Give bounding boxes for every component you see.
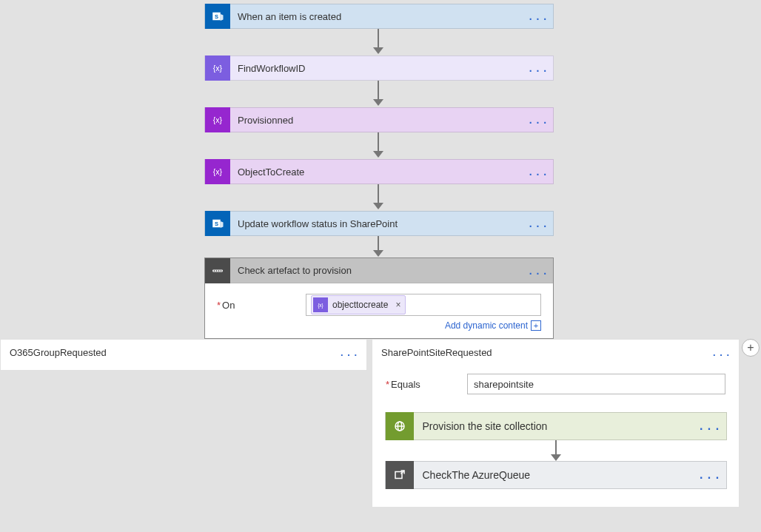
svg-text:{x}: {x} — [213, 167, 223, 176]
case-title: O365GroupRequested — [10, 347, 107, 358]
step-title: FindWorkflowID — [230, 63, 523, 74]
flow-arrow — [551, 440, 561, 461]
step-title: CheckThe AzureQueue — [414, 469, 694, 481]
svg-marker-9 — [373, 203, 383, 209]
variable-icon: {x} — [205, 159, 230, 184]
step-menu-button[interactable]: . . . — [523, 10, 553, 22]
step-menu-button[interactable]: . . . — [523, 265, 553, 277]
variable-icon: {x} — [313, 297, 328, 312]
step-title: When an item is created — [230, 11, 523, 22]
loop-icon — [386, 461, 414, 489]
svg-marker-23 — [551, 454, 561, 461]
http-icon — [386, 412, 414, 440]
findworkflowid-step[interactable]: {x} FindWorkflowID . . . — [204, 55, 554, 81]
svg-rect-18 — [221, 270, 222, 272]
case-sharepointsite[interactable]: SharePointSiteRequested . . . Equals Pro… — [372, 339, 740, 508]
step-title: Provisionned — [230, 115, 523, 126]
step-menu-button[interactable]: . . . — [694, 420, 726, 433]
switch-step[interactable]: Check artefact to provision . . . On {x}… — [204, 257, 554, 339]
case-menu-button[interactable]: . . . — [713, 347, 730, 358]
equals-label: Equals — [386, 379, 467, 390]
svg-rect-24 — [395, 472, 402, 479]
objecttocreate-step[interactable]: {x} ObjectToCreate . . . — [204, 159, 554, 184]
svg-text:S: S — [215, 220, 218, 227]
switch-icon — [205, 258, 230, 283]
step-menu-button[interactable]: . . . — [523, 166, 553, 178]
update-status-step[interactable]: S Update workflow status in SharePoint .… — [204, 211, 554, 236]
sharepoint-icon: S — [205, 4, 230, 29]
svg-marker-12 — [221, 221, 224, 228]
plus-icon: + — [531, 320, 541, 331]
case-title: SharePointSiteRequested — [381, 347, 492, 358]
step-title: Update workflow status in SharePoint — [230, 218, 523, 229]
svg-text:{x}: {x} — [318, 303, 323, 309]
svg-marker-5 — [373, 99, 383, 106]
trigger-step[interactable]: S When an item is created . . . — [204, 4, 554, 29]
expression-token[interactable]: {x} objecttocreate × — [311, 295, 406, 314]
svg-text:{x}: {x} — [213, 64, 223, 73]
sharepoint-icon: S — [205, 211, 230, 236]
switch-on-label: On — [217, 300, 298, 311]
switch-on-input[interactable]: {x} objecttocreate × — [306, 294, 541, 316]
svg-marker-3 — [373, 47, 383, 54]
token-label: objecttocreate — [332, 300, 388, 310]
svg-marker-13 — [373, 250, 383, 257]
svg-text:S: S — [215, 13, 218, 20]
equals-input[interactable] — [467, 374, 725, 394]
switch-header[interactable]: Check artefact to provision . . . — [205, 258, 553, 283]
provision-site-step[interactable]: Provision the site collection . . . — [385, 412, 727, 440]
svg-text:{x}: {x} — [213, 115, 223, 124]
svg-rect-17 — [218, 270, 220, 272]
step-menu-button[interactable]: . . . — [523, 218, 553, 229]
svg-marker-2 — [221, 14, 224, 21]
svg-rect-16 — [216, 270, 218, 272]
variable-icon: {x} — [205, 107, 230, 132]
step-title: Provision the site collection — [414, 420, 694, 432]
variable-icon: {x} — [205, 55, 230, 81]
add-case-button[interactable]: + — [742, 339, 760, 357]
add-dynamic-content-link[interactable]: Add dynamic content + — [217, 316, 541, 332]
remove-token-button[interactable]: × — [395, 300, 400, 310]
case-equals-row: Equals — [386, 374, 725, 394]
svg-marker-7 — [373, 151, 383, 158]
case-o365group[interactable]: O365GroupRequested . . . — [0, 339, 367, 371]
step-menu-button[interactable]: . . . — [523, 62, 553, 74]
step-title: ObjectToCreate — [230, 166, 523, 178]
provisionned-step[interactable]: {x} Provisionned . . . — [204, 107, 554, 132]
switch-title: Check artefact to provision — [230, 265, 523, 276]
step-menu-button[interactable]: . . . — [523, 114, 553, 126]
check-azurequeue-step[interactable]: CheckThe AzureQueue . . . — [385, 461, 727, 489]
svg-rect-15 — [214, 270, 215, 272]
case-menu-button[interactable]: . . . — [341, 347, 358, 358]
switch-body: On {x} objecttocreate × Add dynamic cont… — [205, 283, 553, 338]
step-menu-button[interactable]: . . . — [694, 468, 726, 482]
